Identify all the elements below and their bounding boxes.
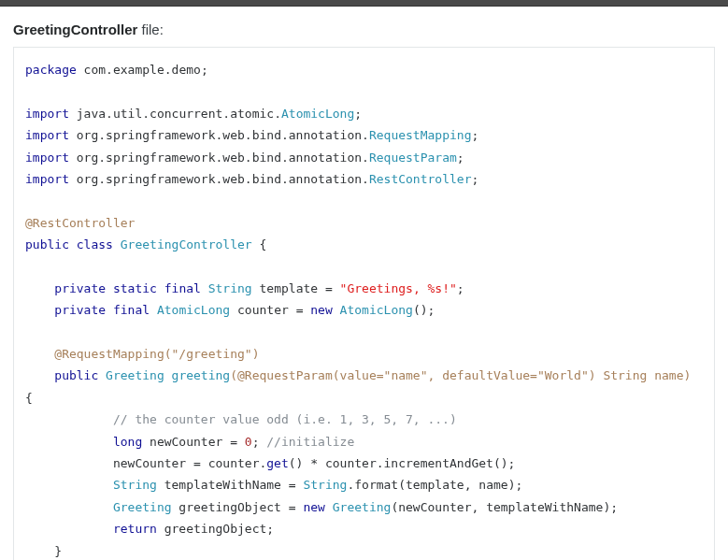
filename-strong: GreetingController xyxy=(13,22,137,37)
filename-suffix: file: xyxy=(137,22,164,37)
code-block[interactable]: package com.example.demo; import java.ut… xyxy=(13,47,715,560)
code-content: package com.example.demo; import java.ut… xyxy=(25,63,698,560)
window-topbar xyxy=(0,0,728,7)
answer-body: GreetingController file: package com.exa… xyxy=(0,7,728,560)
code-description: GreetingController file: xyxy=(13,22,715,37)
